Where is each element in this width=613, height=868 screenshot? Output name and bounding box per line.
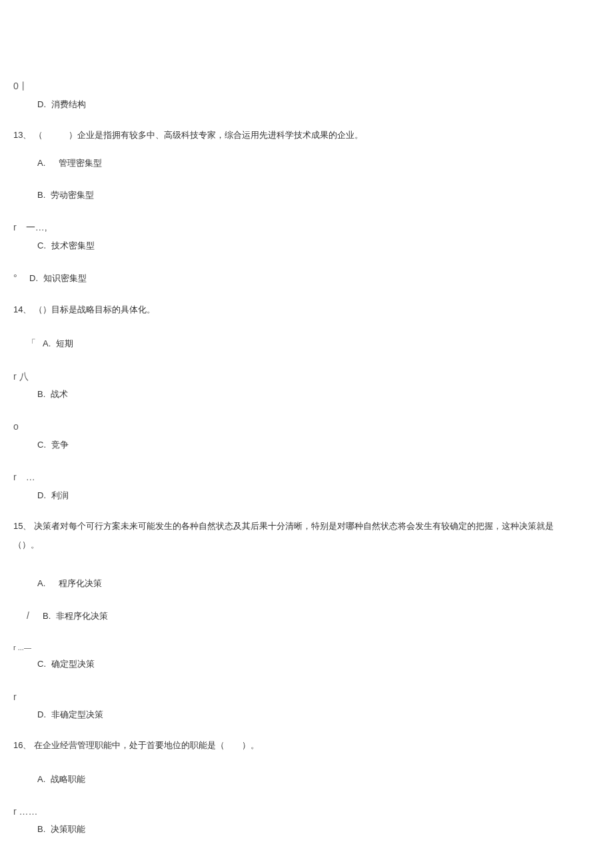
q14-option-a[interactable]: 「 A. 短期 — [27, 337, 600, 350]
option-text: 消费结构 — [51, 99, 86, 111]
q12-option-d-marker: 0丨 — [13, 80, 600, 93]
radio-marker: 「 — [27, 337, 39, 350]
q15-option-d-marker: r — [13, 691, 600, 704]
option-label: A. — [37, 773, 45, 785]
option-label: B. — [37, 388, 45, 400]
q13-option-c[interactable]: C. 技术密集型 — [37, 240, 600, 252]
option-label: A. — [43, 338, 51, 350]
option-text: 知识密集型 — [43, 272, 87, 284]
option-text: 决策职能 — [51, 823, 85, 835]
option-label: B. — [43, 610, 51, 622]
radio-marker: r …… — [13, 805, 38, 819]
option-text: 确定型决策 — [51, 658, 95, 670]
q14-option-d[interactable]: D. 利润 — [37, 490, 600, 502]
q15-option-b[interactable]: / B. 非程序化决策 — [27, 610, 600, 623]
option-text: 竞争 — [51, 439, 69, 451]
q13-option-c-marker: r 一…, — [13, 221, 600, 234]
question-number: 16、 — [13, 739, 31, 751]
option-label: C. — [37, 439, 46, 451]
radio-marker: r ...— — [13, 643, 31, 653]
q14-option-b[interactable]: B. 战术 — [37, 388, 600, 400]
option-text: 管理密集型 — [59, 157, 102, 169]
radio-marker: r … — [13, 471, 35, 484]
q16-option-b[interactable]: B. 决策职能 — [37, 823, 600, 835]
option-text: 程序化决策 — [59, 578, 102, 590]
question-number: 14、 — [13, 304, 31, 316]
option-text: 技术密集型 — [51, 240, 95, 252]
q15-option-a[interactable]: A. 程序化决策 — [37, 578, 600, 590]
radio-marker: / — [27, 610, 39, 623]
q14-option-c[interactable]: C. 竞争 — [37, 439, 600, 451]
q16-stem: 16、 在企业经营管理职能中，处于首要地位的职能是（ ）。 — [13, 739, 600, 751]
q16-option-a[interactable]: A. 战略职能 — [37, 773, 600, 785]
q13-option-b[interactable]: B. 劳动密集型 — [37, 189, 600, 201]
q14-option-c-marker: o — [13, 420, 600, 434]
option-text: 非确定型决策 — [51, 709, 103, 721]
question-text-line1: 决策者对每个可行方案未来可能发生的各种自然状态及其后果十分清晰，特别是对哪种自然… — [34, 520, 554, 532]
q15-option-d[interactable]: D. 非确定型决策 — [37, 709, 600, 721]
radio-marker: r 八 — [13, 370, 29, 384]
option-label: C. — [37, 240, 46, 252]
radio-marker: 0丨 — [13, 80, 28, 93]
option-text: 劳动密集型 — [51, 189, 94, 201]
question-number: 13、 — [13, 129, 31, 141]
q15-stem-line2: （）。 — [13, 539, 600, 551]
q14-option-b-marker: r 八 — [13, 370, 600, 384]
option-label: A. — [37, 157, 45, 169]
question-text: （ ）企业是指拥有较多中、高级科技专家，综合运用先进科学技术成果的企业。 — [34, 129, 363, 141]
option-label: D. — [37, 99, 46, 111]
question-text-line2: （）。 — [13, 539, 39, 551]
q15-stem: 15、 决策者对每个可行方案未来可能发生的各种自然状态及其后果十分清晰，特别是对… — [13, 520, 600, 532]
radio-marker: ° — [13, 272, 25, 285]
q12-option-d[interactable]: D. 消费结构 — [37, 99, 600, 111]
option-text: 战略职能 — [51, 773, 85, 785]
option-label: D. — [37, 490, 46, 502]
option-label: B. — [37, 189, 45, 201]
option-text: 利润 — [51, 490, 69, 502]
option-label: D. — [37, 709, 46, 721]
q13-option-d[interactable]: ° D. 知识密集型 — [13, 272, 600, 285]
q13-stem: 13、 （ ）企业是指拥有较多中、高级科技专家，综合运用先进科学技术成果的企业。 — [13, 129, 600, 141]
option-label: D. — [29, 272, 38, 284]
q14-stem: 14、 （）目标是战略目标的具体化。 — [13, 304, 600, 316]
q15-option-c-marker: r ...— — [13, 643, 600, 653]
option-label: C. — [37, 658, 46, 670]
q16-option-b-marker: r …… — [13, 805, 600, 819]
radio-marker: o — [13, 420, 25, 434]
q14-option-d-marker: r … — [13, 471, 600, 484]
radio-marker: r — [13, 691, 25, 704]
option-text: 非程序化决策 — [56, 610, 108, 622]
option-text: 短期 — [56, 338, 73, 350]
radio-marker: r 一…, — [13, 221, 47, 234]
option-label: A. — [37, 578, 45, 590]
q15-option-c[interactable]: C. 确定型决策 — [37, 658, 600, 670]
question-text: 在企业经营管理职能中，处于首要地位的职能是（ ）。 — [34, 739, 259, 751]
question-text: （）目标是战略目标的具体化。 — [34, 304, 155, 316]
q13-option-a[interactable]: A. 管理密集型 — [37, 157, 600, 169]
option-label: B. — [37, 823, 45, 835]
question-number: 15、 — [13, 520, 31, 532]
option-text: 战术 — [51, 388, 68, 400]
